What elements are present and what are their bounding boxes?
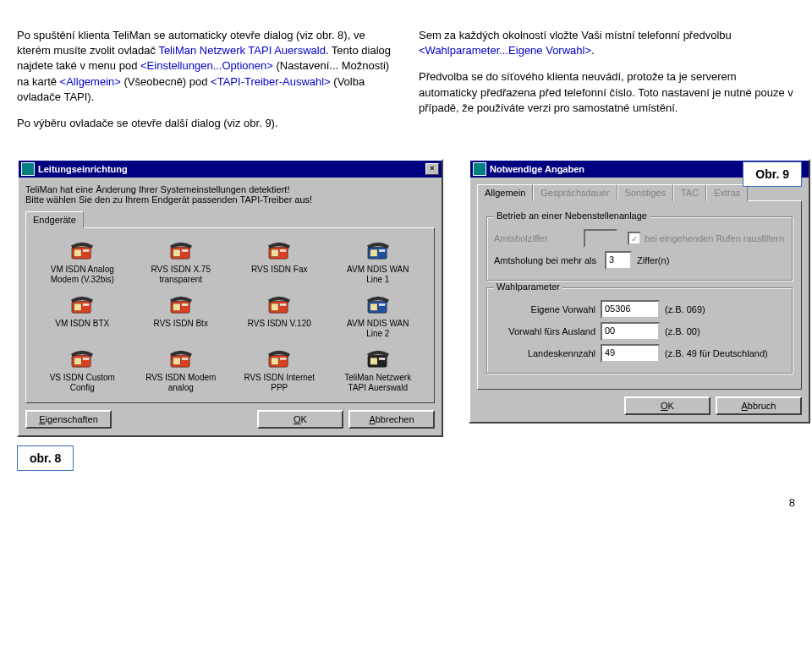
- left-paragraphs: Po spuštění klienta TeliMan se automatic…: [17, 17, 393, 142]
- tabstrip: Allgemein Gesprächsdauer Sonstiges TAC E…: [477, 184, 802, 201]
- device-label: RVS ISDN Internet: [233, 373, 326, 383]
- svg-rect-11: [379, 249, 385, 252]
- leitungseinrichtung-dialog: Leitungseinrichtung × TeliMan hat eine Ä…: [17, 159, 443, 437]
- svg-rect-10: [370, 249, 376, 256]
- landeskennzahl-input[interactable]: 49: [601, 344, 660, 363]
- svg-rect-8: [280, 249, 286, 252]
- svg-rect-2: [83, 249, 89, 252]
- phone-icon: [68, 347, 96, 370]
- right-paragraphs: Sem za každých okolností vložte Vaši mís…: [419, 17, 795, 142]
- phone-icon: [364, 238, 392, 262]
- svg-rect-26: [83, 358, 89, 360]
- rausfiltern-checkbox[interactable]: ✓: [628, 232, 641, 245]
- tab-extras[interactable]: Extras: [706, 184, 748, 201]
- groupbox-legend: Wahlparameter: [494, 282, 562, 292]
- leitungseinrichtung-column: Leitungseinrichtung × TeliMan hat eine Ä…: [17, 159, 443, 471]
- amtsholung-input[interactable]: 3: [605, 251, 632, 270]
- eigenschaften-button[interactable]: Eigenschaften: [25, 410, 112, 429]
- group-wahlparameter: Wahlparameter Eigene Vorwahl 05306 (z.B.…: [486, 287, 793, 374]
- svg-rect-17: [182, 303, 188, 306]
- group-betrieb: Betrieb an einer Nebenstellenanlage Amts…: [486, 216, 793, 281]
- amtsholziffer-input[interactable]: [584, 229, 617, 248]
- figure-caption-8: obr. 8: [17, 445, 74, 471]
- text-highlight: <Wahlparameter...Eigene Vorwahl>: [419, 44, 591, 57]
- device-label: Line 1: [332, 275, 425, 285]
- app-icon: [21, 162, 35, 176]
- svg-rect-25: [74, 358, 81, 364]
- device-item[interactable]: AVM NDIS WANLine 1: [331, 237, 426, 286]
- svg-rect-5: [182, 249, 188, 252]
- phone-icon: [265, 238, 294, 262]
- device-item[interactable]: VS ISDN CustomConfig: [35, 345, 130, 394]
- device-label: RVS ISDN Modem: [135, 373, 228, 383]
- phone-icon: [364, 292, 392, 316]
- phone-icon: [364, 347, 392, 370]
- tab-endgeraete[interactable]: Endgeräte: [25, 211, 84, 228]
- device-item[interactable]: RVS ISDN Fax: [232, 237, 327, 286]
- tab-sonstiges[interactable]: Sonstiges: [617, 184, 673, 201]
- svg-rect-14: [83, 303, 89, 306]
- tab-gespraechsdauer[interactable]: Gesprächsdauer: [533, 184, 617, 201]
- tab-panel-allgemein: Betrieb an einer Nebenstellenanlage Amts…: [477, 200, 802, 390]
- abbrechen-button[interactable]: Abbrechen: [348, 410, 435, 429]
- page-number: 8: [17, 496, 795, 509]
- device-item[interactable]: RVS ISDN Modemanalog: [134, 345, 229, 394]
- phone-icon: [167, 292, 195, 316]
- window-title: Leitungseinrichtung: [38, 164, 128, 174]
- figure-caption-9: Obr. 9: [743, 161, 802, 187]
- phone-icon: [68, 292, 96, 316]
- landeskennzahl-label: Landeskennzahl: [494, 348, 595, 358]
- text: Předvolba se do síťového klienta neuvádí…: [419, 69, 795, 116]
- text: Bitte wählen Sie den zu Ihrem Endgerät p…: [25, 194, 435, 205]
- device-grid: VM ISDN AnalogModem (V.32bis)RVS ISDN X.…: [35, 237, 425, 394]
- device-item[interactable]: RVS ISDN Btx: [134, 291, 229, 340]
- svg-rect-28: [173, 358, 179, 364]
- device-item[interactable]: TeliMan NetzwerkTAPI Auerswald: [331, 345, 426, 394]
- ok-button[interactable]: OK: [257, 410, 343, 429]
- device-label: transparent: [135, 275, 228, 285]
- button-row: OK Abbruch: [477, 390, 802, 415]
- text-highlight: <Allgemein>: [60, 75, 121, 88]
- device-item[interactable]: VM ISDN BTX: [35, 291, 130, 340]
- notwendige-angaben-column: Notwendige Angaben Allgemein Gesprächsda…: [469, 159, 810, 424]
- vorwahl-ausland-label: Vorwahl fürs Ausland: [494, 326, 595, 336]
- svg-rect-34: [370, 358, 376, 364]
- device-item[interactable]: VM ISDN AnalogModem (V.32bis): [35, 237, 130, 286]
- phone-icon: [265, 292, 294, 316]
- abbruch-button[interactable]: Abbruch: [716, 396, 802, 415]
- device-label: VM ISDN BTX: [36, 319, 129, 329]
- device-item[interactable]: RVS ISDN X.75transparent: [134, 237, 229, 286]
- tab-tac[interactable]: TAC: [673, 184, 706, 201]
- device-label: analog: [135, 383, 228, 393]
- device-label: AVM NDIS WAN: [332, 319, 425, 329]
- ok-button[interactable]: OK: [624, 396, 710, 415]
- text: TeliMan hat eine Änderung Ihrer Systemei…: [25, 184, 435, 194]
- device-label: RVS ISDN X.75: [135, 265, 228, 275]
- text: Sem za každých okolností vložte Vaši mís…: [419, 29, 732, 41]
- svg-rect-23: [379, 303, 385, 306]
- phone-icon: [265, 347, 294, 370]
- device-label: VS ISDN Custom: [36, 373, 129, 383]
- device-item[interactable]: RVS ISDN InternetPPP: [232, 345, 327, 394]
- svg-rect-31: [272, 358, 278, 364]
- device-label: Modem (V.32bis): [36, 275, 129, 285]
- device-label: TeliMan Netzwerk: [332, 373, 425, 383]
- tab-panel-endgeraete: VM ISDN AnalogModem (V.32bis)RVS ISDN X.…: [25, 227, 435, 403]
- eigene-vorwahl-input[interactable]: 05306: [601, 300, 660, 319]
- device-label: VM ISDN Analog: [36, 265, 129, 275]
- ziffern-label: Ziffer(n): [637, 255, 669, 265]
- instruction-text: Po spuštění klienta TeliMan se automatic…: [17, 17, 795, 142]
- titlebar[interactable]: Leitungseinrichtung ×: [19, 161, 442, 178]
- phone-icon: [68, 238, 96, 262]
- amtsholung-label: Amtsholung bei mehr als: [494, 255, 600, 265]
- rausfiltern-label: bei eingehenden Rufen rausfiltern: [645, 233, 784, 243]
- intro-text: TeliMan hat eine Änderung Ihrer Systemei…: [25, 184, 435, 205]
- svg-rect-16: [173, 303, 179, 310]
- close-icon[interactable]: ×: [425, 163, 439, 175]
- button-row: Eigenschaften OK Abbrechen: [25, 403, 435, 429]
- vorwahl-ausland-input[interactable]: 00: [601, 322, 660, 341]
- text: .: [591, 44, 595, 57]
- tab-allgemein[interactable]: Allgemein: [477, 184, 533, 201]
- device-item[interactable]: AVM NDIS WANLine 2: [331, 291, 426, 340]
- device-item[interactable]: RVS ISDN V.120: [232, 291, 327, 340]
